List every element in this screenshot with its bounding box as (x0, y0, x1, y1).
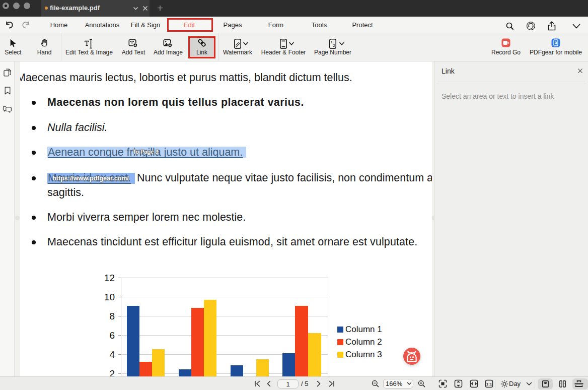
svg-text:2: 2 (333, 43, 335, 48)
svg-text:1:1: 1:1 (486, 382, 492, 386)
